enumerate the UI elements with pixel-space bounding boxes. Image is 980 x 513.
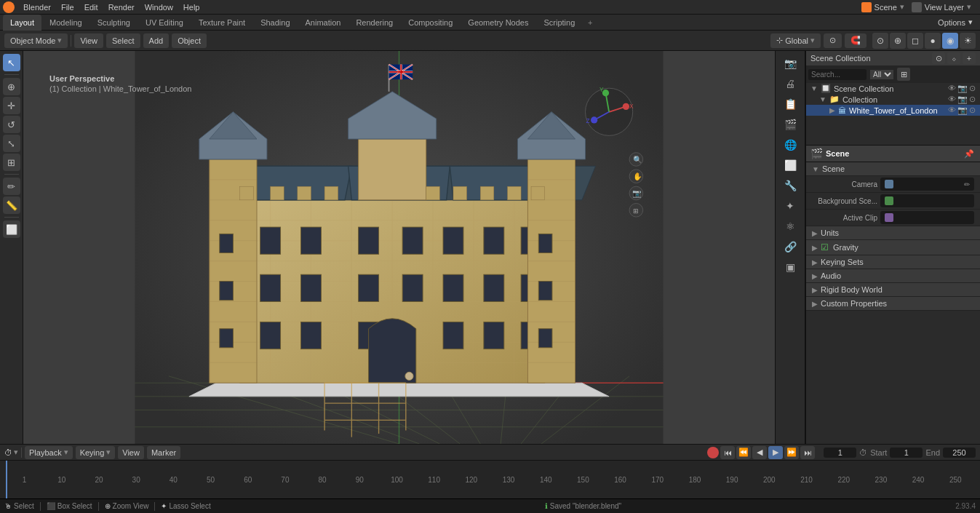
menu-file[interactable]: File bbox=[57, 2, 79, 12]
tab-uv-editing[interactable]: UV Editing bbox=[138, 15, 191, 31]
output-props-icon[interactable]: 🖨 bbox=[781, 74, 800, 93]
scene-section-header[interactable]: ▼ Scene bbox=[806, 162, 980, 176]
annotate-tool[interactable]: ✏ bbox=[3, 178, 20, 195]
vis-render3[interactable]: ⊙ bbox=[969, 106, 976, 115]
step-back-button[interactable]: ⏪ bbox=[736, 446, 751, 459]
keying-sets-section[interactable]: ▶ Keying Sets bbox=[806, 255, 980, 269]
timeline-type-selector[interactable]: ⏱ ▾ bbox=[4, 448, 18, 457]
measure-tool[interactable]: 📏 bbox=[3, 196, 20, 214]
outliner-collection[interactable]: ▼ 📁 Collection 👁 📷 ⊙ bbox=[806, 94, 980, 105]
vis-camera[interactable]: 📷 bbox=[957, 84, 968, 93]
outliner-filter-btn[interactable]: ⊙ bbox=[932, 52, 945, 64]
tab-geometry-nodes[interactable]: Geometry Nodes bbox=[461, 15, 535, 31]
add-cube-tool[interactable]: ⬜ bbox=[3, 220, 20, 238]
jump-start-button[interactable]: ⏮ bbox=[720, 446, 735, 459]
timeline-ruler[interactable]: 1 10 20 30 40 50 60 70 80 90 100 110 120… bbox=[0, 461, 980, 498]
viewlayer-props-icon[interactable]: 📋 bbox=[781, 95, 800, 114]
gizmo-icon[interactable]: ⊕ bbox=[890, 33, 906, 49]
scene-props-icon[interactable]: 🎬 bbox=[781, 115, 800, 134]
view-menu-timeline[interactable]: View bbox=[118, 446, 144, 459]
menu-render[interactable]: Render bbox=[104, 2, 139, 12]
physics-props-icon[interactable]: ⚛ bbox=[781, 217, 800, 236]
object-menu[interactable]: Object bbox=[172, 33, 207, 48]
cursor-tool[interactable]: ⊕ bbox=[3, 78, 20, 95]
add-menu[interactable]: Add bbox=[143, 33, 170, 48]
scale-tool[interactable]: ⤡ bbox=[3, 135, 20, 152]
shading-material[interactable]: ◉ bbox=[942, 33, 958, 49]
clock-icon[interactable]: ⏱ bbox=[859, 448, 867, 457]
outliner-sync-btn[interactable]: ⬦ bbox=[947, 52, 960, 64]
proportional-edit[interactable]: ⊙ bbox=[824, 33, 842, 48]
outliner-scene-collection[interactable]: ▼ 🔲 Scene Collection 👁 📷 ⊙ bbox=[806, 83, 980, 94]
record-button[interactable] bbox=[707, 447, 719, 458]
bg-scene-value[interactable] bbox=[880, 194, 974, 207]
options-button[interactable]: Options ▾ bbox=[933, 17, 977, 27]
vis-eye2[interactable]: 👁 bbox=[948, 95, 956, 104]
current-frame-input[interactable] bbox=[824, 448, 856, 458]
outliner-white-tower[interactable]: ▶ 🏛 White_Tower_of_London 👁 📷 ⊙ bbox=[806, 105, 980, 116]
outliner-filter-dropdown[interactable]: All bbox=[870, 70, 893, 79]
vis-camera3[interactable]: 📷 bbox=[957, 106, 968, 115]
units-section[interactable]: ▶ Units bbox=[806, 226, 980, 240]
object-mode-dropdown[interactable]: Object Mode ▾ bbox=[4, 33, 68, 48]
select-tool[interactable]: ↖ bbox=[3, 54, 20, 71]
world-props-icon[interactable]: 🌐 bbox=[781, 135, 800, 154]
menu-edit[interactable]: Edit bbox=[80, 2, 103, 12]
tab-modeling[interactable]: Modeling bbox=[42, 15, 89, 31]
tab-compositing[interactable]: Compositing bbox=[401, 15, 460, 31]
view-layer-selector[interactable]: View Layer bbox=[925, 3, 964, 12]
add-workspace-button[interactable]: + bbox=[583, 15, 597, 30]
tab-animation[interactable]: Animation bbox=[298, 15, 348, 31]
active-clip-value[interactable] bbox=[880, 211, 974, 224]
play-button[interactable]: ▶ bbox=[768, 446, 783, 459]
vis-eye[interactable]: 👁 bbox=[948, 84, 956, 93]
tab-shading[interactable]: Shading bbox=[253, 15, 297, 31]
render-props-icon[interactable]: 📷 bbox=[781, 54, 800, 73]
step-forward-button[interactable]: ⏩ bbox=[784, 446, 799, 459]
marker-menu[interactable]: Marker bbox=[147, 446, 180, 459]
audio-section[interactable]: ▶ Audio bbox=[806, 269, 980, 283]
overlay-icon[interactable]: ⊙ bbox=[872, 33, 888, 49]
rigid-body-section[interactable]: ▶ Rigid Body World bbox=[806, 283, 980, 297]
data-props-icon[interactable]: ▣ bbox=[781, 258, 800, 277]
gravity-checkbox[interactable]: ☑ bbox=[821, 242, 829, 252]
start-frame-input[interactable] bbox=[890, 448, 923, 458]
outliner-sort-btn[interactable]: ⊞ bbox=[897, 68, 910, 81]
rotate-tool[interactable]: ↺ bbox=[3, 116, 20, 133]
outliner-search-input[interactable] bbox=[808, 69, 867, 80]
outliner-add-btn[interactable]: + bbox=[963, 52, 976, 64]
snap-toggle[interactable]: 🧲 bbox=[845, 33, 867, 48]
transform-tool[interactable]: ⊞ bbox=[3, 154, 20, 171]
particles-props-icon[interactable]: ✦ bbox=[781, 196, 800, 215]
menu-help[interactable]: Help bbox=[179, 2, 204, 12]
vis-render[interactable]: ⊙ bbox=[969, 84, 976, 93]
viewport-3d[interactable]: X Y Z 🔍 ✋ 📷 bbox=[23, 51, 775, 444]
shading-rendered[interactable]: ☀ bbox=[960, 33, 976, 49]
end-frame-input[interactable] bbox=[943, 448, 976, 458]
tab-layout[interactable]: Layout bbox=[3, 15, 41, 31]
camera-edit-icon[interactable]: ✏ bbox=[964, 180, 970, 188]
custom-props-section[interactable]: ▶ Custom Properties bbox=[806, 297, 980, 311]
select-menu[interactable]: Select bbox=[106, 33, 140, 48]
modifier-props-icon[interactable]: 🔧 bbox=[781, 176, 800, 195]
menu-window[interactable]: Window bbox=[140, 2, 178, 12]
tab-scripting[interactable]: Scripting bbox=[536, 15, 582, 31]
reverse-play-button[interactable]: ◀ bbox=[752, 446, 767, 459]
object-props-icon[interactable]: ⬜ bbox=[781, 156, 800, 175]
keying-menu[interactable]: Keying ▾ bbox=[76, 446, 116, 459]
camera-value[interactable]: ✏ bbox=[880, 178, 974, 191]
props-pin-btn[interactable]: 📌 bbox=[963, 148, 976, 159]
constraints-props-icon[interactable]: 🔗 bbox=[781, 237, 800, 256]
vis-camera2[interactable]: 📷 bbox=[957, 95, 968, 104]
menu-blender[interactable]: Blender bbox=[19, 2, 55, 12]
vis-render2[interactable]: ⊙ bbox=[969, 95, 976, 104]
vis-eye3[interactable]: 👁 bbox=[948, 106, 956, 115]
shading-wireframe[interactable]: ◻ bbox=[907, 33, 923, 49]
move-tool[interactable]: ✛ bbox=[3, 97, 20, 114]
transform-dropdown[interactable]: ⊹ Global ▾ bbox=[770, 33, 821, 48]
shading-solid[interactable]: ● bbox=[925, 33, 941, 49]
gravity-section[interactable]: ▶ ☑ Gravity bbox=[806, 240, 980, 255]
tab-texture-paint[interactable]: Texture Paint bbox=[191, 15, 252, 31]
jump-end-button[interactable]: ⏭ bbox=[800, 446, 815, 459]
view-menu[interactable]: View bbox=[74, 33, 103, 48]
